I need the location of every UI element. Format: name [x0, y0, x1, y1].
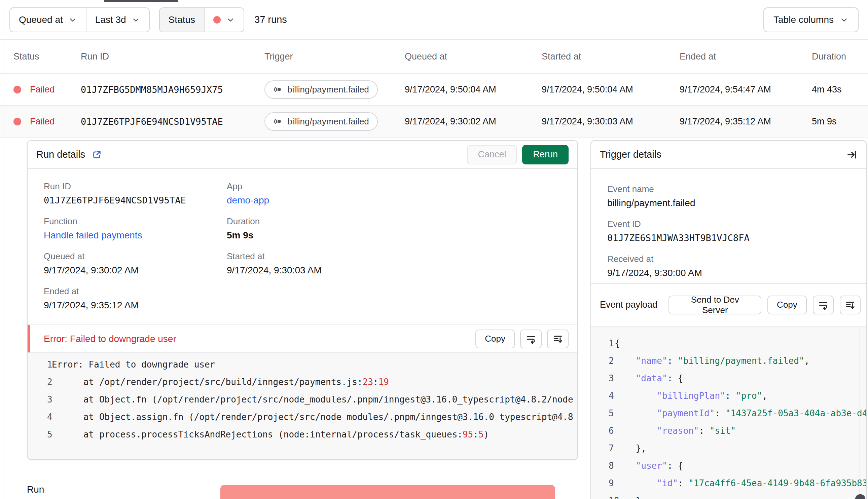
run-id-field: Run ID 01J7ZE6TPJF6E94NCSD1V95TAE: [44, 181, 186, 205]
function-label: Function: [44, 216, 142, 227]
payload-scrollbar-track: [859, 327, 860, 499]
status-filter-label: Status: [169, 14, 195, 25]
event-id-field: Event ID 01J7ZE6S1MJWA33HT9B1VJC8FA: [607, 219, 750, 243]
ended-at-value: 9/17/2024, 9:35:12 AM: [44, 300, 138, 311]
run-duration: 5m 9s: [812, 116, 868, 127]
time-range-filter-button[interactable]: Last 3d: [86, 8, 149, 32]
collapse-panel-button[interactable]: [846, 149, 857, 160]
queued-at-filter-label: Queued at: [19, 14, 63, 25]
arrow-to-line-icon: [846, 149, 857, 160]
status-filter-value-button[interactable]: [204, 8, 244, 32]
table-row[interactable]: Failed 01J7ZFBG5DMM85MJA9H659JX75 billin…: [0, 73, 868, 105]
app-field: App demo-app: [227, 181, 269, 206]
word-wrap-icon: [526, 333, 536, 344]
run-queued-at: 9/17/2024, 9:50:04 AM: [405, 84, 542, 95]
app-label: App: [227, 181, 269, 192]
chevron-down-icon: [226, 15, 235, 24]
timeline-run-label: Run: [27, 484, 44, 495]
received-at-label: Received at: [607, 254, 702, 264]
event-name-field: Event name billing/payment.failed: [607, 184, 696, 208]
code-line: 8 "user": {: [591, 457, 866, 474]
status-filter-group: Status: [159, 8, 244, 32]
run-started-at: 9/17/2024, 9:30:03 AM: [542, 116, 679, 127]
code-line: 5 "paymentId": "1437a25f-05a3-404a-ab3e-…: [591, 404, 866, 422]
queued-at-filter-button[interactable]: Queued at: [10, 8, 86, 32]
run-duration: 4m 43s: [812, 84, 868, 95]
code-line: 3 at Object.fn (/opt/render/project/src/…: [27, 391, 577, 408]
started-at-field: Started at 9/17/2024, 9:30:03 AM: [227, 251, 322, 276]
column-header-trigger: Trigger: [264, 51, 405, 62]
run-status: Failed: [30, 116, 55, 127]
column-header-run-id: Run ID: [81, 51, 264, 62]
failed-status-dot-icon: [13, 86, 21, 94]
trigger-event-badge[interactable]: billing/payment.failed: [264, 112, 378, 131]
error-accent-bar: [27, 325, 30, 352]
error-title: Error: Failed to downgrade user: [44, 333, 176, 344]
duration-label: Duration: [227, 216, 260, 227]
table-columns-label: Table columns: [773, 14, 834, 25]
trigger-details-panel: Trigger details Event name billing/payme…: [590, 140, 867, 499]
run-timeline-bar[interactable]: [220, 485, 555, 499]
expand-down-icon: [552, 333, 563, 344]
run-queued-at: 9/17/2024, 9:30:02 AM: [405, 116, 542, 127]
event-id-label: Event ID: [607, 219, 750, 229]
expand-down-icon: [845, 300, 856, 311]
function-link[interactable]: Handle failed payments: [44, 230, 142, 241]
duration-field: Duration 5m 9s: [227, 216, 260, 241]
external-link-icon: [92, 150, 102, 160]
run-id-label: Run ID: [44, 181, 186, 192]
trigger-event-name: billing/payment.failed: [287, 84, 369, 95]
left-scroll-track[interactable]: [3, 7, 3, 499]
received-at-value: 9/17/2024, 9:30:00 AM: [607, 268, 702, 278]
failed-status-dot-icon: [13, 118, 21, 125]
time-filter-group: Queued at Last 3d: [9, 8, 150, 32]
word-wrap-icon: [818, 300, 829, 311]
copy-error-button[interactable]: Copy: [475, 330, 515, 348]
app-link[interactable]: demo-app: [227, 195, 269, 206]
error-stack-trace: 1Error: Failed to downgrade user2 at /op…: [27, 352, 577, 459]
queued-at-field: Queued at 9/17/2024, 9:30:02 AM: [44, 251, 138, 276]
run-id-value: 01J7ZE6TPJF6E94NCSD1V95TAE: [44, 195, 186, 205]
ended-at-label: Ended at: [44, 286, 138, 296]
run-started-at: 9/17/2024, 9:50:04 AM: [542, 84, 679, 95]
payload-word-wrap-button[interactable]: [813, 295, 834, 314]
send-to-dev-server-button[interactable]: Send to Dev Server: [668, 295, 761, 314]
received-at-field: Received at 9/17/2024, 9:30:00 AM: [607, 254, 702, 278]
event-name-value: billing/payment.failed: [607, 198, 696, 208]
code-line: 9 "id": "17ca4ff6-45ea-4149-9b48-6fa935b…: [591, 474, 866, 492]
run-id: 01J7ZFBG5DMM85MJA9H659JX75: [81, 84, 264, 95]
table-columns-button[interactable]: Table columns: [763, 8, 859, 32]
cancel-button[interactable]: Cancel: [467, 145, 517, 165]
runs-count: 37 runs: [254, 14, 287, 25]
open-run-external-button[interactable]: [92, 150, 102, 160]
trigger-event-name: billing/payment.failed: [287, 116, 369, 127]
event-payload-heading: Event payload: [600, 296, 662, 314]
code-line: 3 "data": {: [591, 369, 866, 387]
expand-output-button[interactable]: [547, 330, 569, 348]
filters-toolbar: Queued at Last 3d Status 37 runs Table c…: [0, 0, 868, 40]
trigger-event-badge[interactable]: billing/payment.failed: [264, 80, 378, 99]
event-icon: [273, 85, 282, 94]
run-details-panel: Run details Cancel Rerun Run ID 01J7ZE6T…: [27, 140, 578, 460]
column-header-started-at: Started at: [542, 51, 679, 62]
status-filter-label-segment[interactable]: Status: [160, 8, 204, 32]
table-row[interactable]: Failed 01J7ZE6TPJF6E94NCSD1V95TAE billin…: [0, 105, 868, 137]
trigger-details-title: Trigger details: [600, 149, 661, 160]
word-wrap-button[interactable]: [520, 330, 542, 348]
rerun-button[interactable]: Rerun: [522, 145, 569, 165]
event-payload-header: Event payload Send to Dev Server Copy: [591, 283, 866, 326]
runs-table-header: Status Run ID Trigger Queued at Started …: [0, 40, 868, 73]
started-at-value: 9/17/2024, 9:30:03 AM: [227, 265, 322, 276]
code-line: 6 "reason": "sit": [591, 422, 866, 439]
queued-at-label: Queued at: [44, 251, 138, 261]
run-ended-at: 9/17/2024, 9:35:12 AM: [679, 116, 812, 127]
code-line: 5 at process.processTicksAndRejections (…: [27, 426, 577, 443]
payload-expand-button[interactable]: [840, 295, 860, 314]
chevron-down-icon: [132, 15, 140, 24]
failed-status-dot-icon: [213, 16, 221, 24]
run-id: 01J7ZE6TPJF6E94NCSD1V95TAE: [81, 116, 264, 127]
code-line: 1{: [591, 334, 866, 352]
copy-payload-button[interactable]: Copy: [768, 295, 807, 314]
event-payload-code: 1{2 "name": "billing/payment.failed",3 "…: [591, 326, 866, 499]
event-id-value: 01J7ZE6S1MJWA33HT9B1VJC8FA: [607, 233, 750, 243]
